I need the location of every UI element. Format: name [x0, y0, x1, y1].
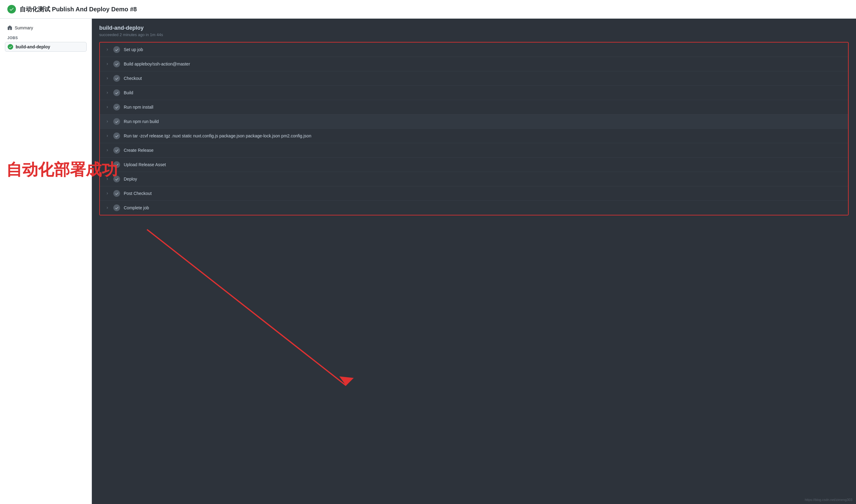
- job-header-title: build-and-deploy: [99, 25, 849, 31]
- step-item[interactable]: Build appleboy/ssh-action@master: [100, 57, 848, 71]
- home-icon: [7, 25, 12, 30]
- step-item[interactable]: Run npm run build: [100, 114, 848, 129]
- chevron-right-icon: [105, 178, 110, 181]
- step-item[interactable]: Run tar -zcvf release.tgz .nuxt static n…: [100, 129, 848, 143]
- step-success-icon: [113, 75, 120, 82]
- step-label: Upload Release Asset: [124, 162, 166, 167]
- step-success-icon: [113, 176, 120, 182]
- chevron-right-icon: [105, 192, 110, 195]
- step-label: Create Release: [124, 148, 154, 153]
- chevron-right-icon: [105, 48, 110, 51]
- step-success-icon: [113, 104, 120, 110]
- step-success-icon: [113, 46, 120, 53]
- step-item[interactable]: Upload Release Asset: [100, 158, 848, 172]
- step-label: Build appleboy/ssh-action@master: [124, 61, 190, 67]
- step-success-icon: [113, 147, 120, 154]
- step-success-icon: [113, 60, 120, 67]
- steps-border-box: Set up job Build appleboy/ssh-action@mas…: [99, 42, 849, 215]
- chevron-right-icon: [105, 134, 110, 138]
- chevron-right-icon: [105, 106, 110, 109]
- main-layout: Summary Jobs build-and-deploy build-and-…: [0, 19, 856, 504]
- step-success-icon: [113, 118, 120, 125]
- step-item[interactable]: Create Release: [100, 143, 848, 158]
- job-success-icon: [8, 44, 13, 50]
- chevron-right-icon: [105, 149, 110, 152]
- step-label: Deploy: [124, 177, 137, 181]
- content-area: build-and-deploy succeeded 2 minutes ago…: [92, 19, 856, 504]
- page-wrapper: 自动化测试 Publish And Deploy Demo #8 Summary…: [0, 0, 856, 504]
- step-label: Checkout: [124, 76, 142, 81]
- workflow-success-icon: [7, 5, 16, 14]
- job-header: build-and-deploy succeeded 2 minutes ago…: [92, 19, 856, 42]
- step-success-icon: [113, 204, 120, 211]
- summary-link[interactable]: Summary: [5, 23, 87, 32]
- chevron-right-icon: [105, 163, 110, 166]
- step-success-icon: [113, 89, 120, 96]
- page-header: 自动化测试 Publish And Deploy Demo #8: [0, 0, 856, 19]
- steps-container: Set up job Build appleboy/ssh-action@mas…: [92, 42, 856, 223]
- step-item[interactable]: Checkout: [100, 71, 848, 86]
- chevron-right-icon: [105, 206, 110, 209]
- step-label: Run tar -zcvf release.tgz .nuxt static n…: [124, 133, 311, 138]
- job-item-label: build-and-deploy: [16, 44, 50, 49]
- step-label: Build: [124, 90, 133, 95]
- chevron-right-icon: [105, 91, 110, 94]
- chevron-right-icon: [105, 120, 110, 123]
- page-title: 自动化测试 Publish And Deploy Demo #8: [20, 5, 137, 14]
- step-label: Post Checkout: [124, 191, 152, 196]
- step-label: Complete job: [124, 205, 149, 210]
- step-success-icon: [113, 132, 120, 139]
- step-item[interactable]: Build: [100, 86, 848, 100]
- step-item[interactable]: Deploy: [100, 172, 848, 186]
- step-success-icon: [113, 190, 120, 197]
- step-item[interactable]: Run npm install: [100, 100, 848, 114]
- sidebar: Summary Jobs build-and-deploy: [0, 19, 92, 504]
- step-label: Run npm run build: [124, 119, 159, 124]
- step-label: Set up job: [124, 47, 143, 52]
- step-item[interactable]: Post Checkout: [100, 186, 848, 201]
- step-label: Run npm install: [124, 105, 154, 110]
- step-item[interactable]: Complete job: [100, 201, 848, 215]
- chevron-right-icon: [105, 77, 110, 80]
- watermark: https://blog.csdn.net/zimeng303: [805, 498, 852, 502]
- step-item[interactable]: Set up job: [100, 42, 848, 57]
- jobs-section-label: Jobs: [5, 32, 87, 42]
- chevron-right-icon: [105, 62, 110, 66]
- summary-label: Summary: [15, 25, 33, 30]
- job-header-subtitle: succeeded 2 minutes ago in 1m 44s: [99, 33, 849, 37]
- job-item[interactable]: build-and-deploy: [5, 42, 87, 52]
- step-success-icon: [113, 161, 120, 168]
